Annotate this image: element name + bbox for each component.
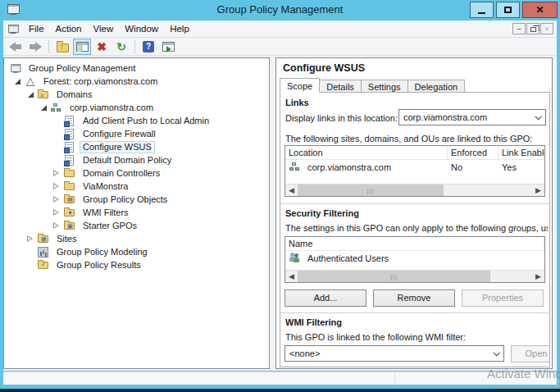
column-header-name[interactable]: Name [285,237,544,251]
tree-item-label: Group Policy Results [53,259,144,271]
tree-expander-icon[interactable] [50,219,63,232]
back-button[interactable] [7,39,25,55]
chevron-down-icon [493,349,499,356]
tree-item-label: Configure WSUS [80,141,155,153]
tree-item[interactable]: ▦Sites [4,232,269,245]
results-folder-icon: ✓ [37,259,50,271]
gpo-icon [63,141,76,153]
forest-icon: △ [24,75,37,88]
tab-delegation[interactable]: Delegation [407,80,466,93]
expander-spacer [50,140,63,153]
open-button[interactable]: Open [511,345,550,362]
domain-icon [50,102,63,114]
maximize-icon [504,7,512,13]
maximize-button[interactable] [496,2,520,18]
tree-item[interactable]: Domain Controllers [4,166,269,180]
tree-item[interactable]: ▼WMI Filters [4,206,269,219]
gpo-icon [63,154,76,166]
scroll-left-icon[interactable]: ◀ [285,185,298,196]
links-table-scrollbar[interactable]: ◀ ||| ▶ [285,184,544,196]
export-list-button[interactable] [159,39,177,55]
child-restore-button[interactable] [526,23,540,34]
forward-button[interactable] [26,39,44,55]
column-header-enforced[interactable]: Enforced [448,146,499,160]
tree-item[interactable]: Add Client Push to Local Admin [4,114,269,127]
table-row[interactable]: Authenticated Users [285,251,544,265]
gpo-icon [63,128,76,140]
tree-item[interactable]: Default Domain Policy [4,153,269,166]
tree-item[interactable]: ▤Group Policy Objects [4,193,269,206]
child-close-button[interactable]: × [540,23,553,34]
tree-item[interactable]: ViaMonstra [4,180,269,193]
security-table: Name Authenticated Users ◀ ||| ▶ [285,236,545,283]
help-button[interactable]: ? [139,39,157,55]
scrollbar-thumb[interactable]: ||| [298,185,444,196]
tree-item-label: Starter GPOs [80,220,140,232]
tree-item[interactable]: Configure WSUS [4,140,269,153]
link-enabled-cell: Yes [499,162,545,172]
scroll-right-icon[interactable]: ▶ [532,271,544,282]
tree-expander-icon[interactable] [50,180,63,193]
tree-item[interactable]: △Forest: corp.viamonstra.com [4,75,269,88]
wmi-folder-icon: ▼ [63,207,76,219]
scope-tab-page: Links Display links in this location: co… [280,92,550,367]
folder-up-icon: ↑ [57,43,69,52]
tab-settings[interactable]: Settings [361,80,408,93]
title-bar[interactable]: Group Policy Management ✕ [0,0,560,21]
table-row[interactable]: corp.viamonstra.comNoYes [285,160,544,174]
scrollbar-thumb[interactable]: ||| [298,271,490,282]
menu-item-view[interactable]: View [88,21,120,36]
tree-expander-icon[interactable] [50,206,63,219]
child-minimize-button[interactable]: – [512,23,526,34]
menu-item-action[interactable]: Action [50,21,88,36]
tree-expander-icon[interactable] [24,232,37,245]
tree-expander-icon[interactable] [37,101,50,114]
security-filtering-description: The settings in this GPO can only apply … [285,223,548,233]
chevron-down-icon [535,113,541,120]
security-table-scrollbar[interactable]: ◀ ||| ▶ [285,270,544,282]
display-links-label: Display links in this location: [285,113,398,123]
close-button[interactable]: ✕ [522,2,558,18]
wmi-filter-dropdown[interactable]: <none> [285,345,504,362]
delete-button[interactable]: ✖ [93,39,111,55]
tree-item[interactable]: corp.viamonstra.com [4,101,269,114]
toolbar: ↑ ✖ ↻ ? [3,38,557,56]
tree-item[interactable]: ✓Group Policy Results [4,258,269,271]
tab-scope[interactable]: Scope [280,78,320,93]
menu-item-window[interactable]: Window [119,21,164,36]
tab-details[interactable]: Details [319,80,362,93]
tree-expander-icon[interactable] [50,193,63,206]
show-console-tree-button[interactable] [73,39,91,55]
add-button[interactable]: Add... [285,289,367,307]
name-cell: Authenticated Users [285,252,544,264]
column-header-link-enabled[interactable]: Link Enabled [499,146,545,160]
tree-expander-icon[interactable] [24,88,37,101]
tree-item[interactable]: Group Policy Modeling [4,245,269,258]
linked-gpo-label: The following sites, domains, and OUs ar… [285,134,548,144]
wmi-filtering-description: This GPO is linked to the following WMI … [285,332,548,342]
gpo-title: Configure WSUS [283,62,365,74]
tree-item[interactable]: Configure Firewall [4,127,269,140]
links-table-header[interactable]: LocationEnforcedLink Enabled [285,146,544,160]
menu-item-file[interactable]: File [23,21,50,36]
scroll-left-icon[interactable]: ◀ [285,271,298,282]
refresh-button[interactable]: ↻ [112,39,130,55]
tree-item-label: Domains [53,89,95,101]
remove-button[interactable]: Remove [373,289,455,307]
properties-button[interactable]: Properties [462,289,544,307]
column-header-location[interactable]: Location [285,146,448,160]
location-dropdown[interactable]: corp.viamonstra.com [398,109,546,125]
minimize-button[interactable] [470,2,494,18]
status-bar-divider [394,373,395,385]
tree-item[interactable]: ▣Starter GPOs [4,219,269,232]
tree-expander-icon[interactable] [11,75,24,88]
up-one-level-button[interactable]: ↑ [53,39,71,55]
tree-item[interactable]: ≡Domains [4,88,269,101]
scroll-right-icon[interactable]: ▶ [532,185,544,196]
ou-folder-icon [63,167,76,180]
menu-item-help[interactable]: Help [164,21,195,36]
tree-item[interactable]: Group Policy Management [4,62,269,75]
security-table-header[interactable]: Name [285,237,544,251]
tree-expander-icon[interactable] [50,166,63,180]
taskbar-edge [0,389,560,392]
